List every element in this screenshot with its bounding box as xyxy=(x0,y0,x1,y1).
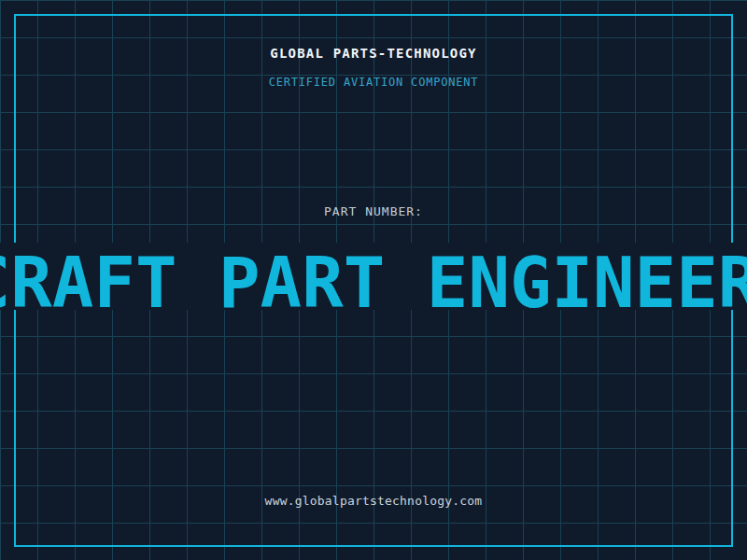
part-number-marquee-text: CRAFT PART ENGINEER xyxy=(0,243,747,310)
part-number-marquee-band: CRAFT PART ENGINEER xyxy=(0,243,747,310)
certification-subtitle: CERTIFIED AVIATION COMPONENT xyxy=(0,76,747,89)
part-number-label: PART NUMBER: xyxy=(0,204,747,218)
company-title: GLOBAL PARTS-TECHNOLOGY xyxy=(0,46,747,61)
blueprint-grid-background: GLOBAL PARTS-TECHNOLOGY CERTIFIED AVIATI… xyxy=(0,0,747,560)
website-url: www.globalpartstechnology.com xyxy=(0,494,747,508)
